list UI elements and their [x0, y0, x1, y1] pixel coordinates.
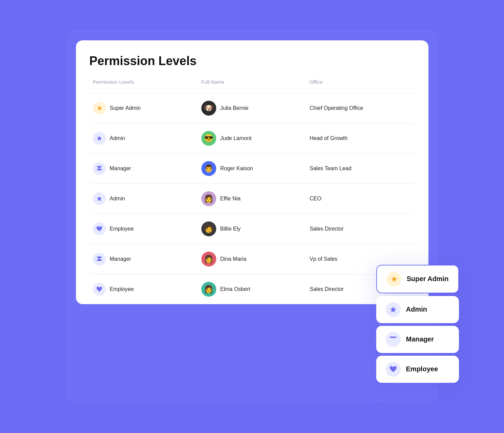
full-name: Roger Kaison	[220, 165, 253, 172]
dropdown-icon-admin	[386, 302, 401, 317]
office-cell: Sales Team Lead	[306, 158, 415, 179]
svg-marker-0	[97, 105, 102, 110]
permission-label: Manager	[110, 256, 131, 262]
dropdown-label-admin: Admin	[406, 306, 427, 313]
full-name: Elma Osbert	[220, 286, 250, 292]
dropdown-icon-employee	[386, 362, 401, 377]
permission-label: Manager	[110, 165, 131, 172]
avatar: 🐶	[201, 101, 216, 116]
office-cell: CEO	[306, 188, 415, 209]
permission-cell: Manager	[89, 155, 198, 182]
dropdown-label-super-admin: Super Admin	[407, 275, 449, 283]
permission-icon	[93, 102, 106, 115]
page-title: Permission Levels	[89, 54, 415, 68]
avatar: 😎	[201, 131, 216, 146]
table-header: Permission Levels Full Name Office	[89, 79, 415, 93]
avatar: 👩	[201, 282, 216, 297]
name-cell: 👩 Elma Osbert	[198, 274, 306, 304]
name-cell: 👩 Dina Maria	[198, 244, 306, 274]
permission-icon	[93, 132, 106, 145]
avatar: 👩	[201, 191, 216, 206]
header-permission: Permission Levels	[89, 79, 198, 89]
table-row: Admin 😎 Jude Lamont Head of Growth	[89, 123, 415, 154]
permission-cell: Admin	[89, 124, 198, 152]
dropdown-icon-super-admin	[386, 272, 401, 287]
name-cell: 🧑 Billie Ely	[198, 214, 306, 244]
permission-cell: Employee	[89, 215, 198, 243]
table-row: Manager 👨 Roger Kaison Sales Team Lead	[89, 154, 415, 184]
table-row: Manager 👩 Dina Maria Vp of Sales	[89, 244, 415, 274]
avatar: 👨	[201, 161, 216, 176]
permission-icon	[93, 283, 106, 296]
table-row: Admin 👩 Effie Nia CEO	[89, 184, 415, 214]
dropdown-item-admin[interactable]: Admin	[376, 296, 459, 323]
dropdown-item-manager[interactable]: Manager	[376, 326, 459, 353]
avatar: 👩	[201, 252, 216, 267]
dropdown-icon-manager	[386, 332, 401, 347]
dropdown-item-employee[interactable]: Employee	[376, 356, 459, 383]
svg-marker-1	[97, 136, 102, 140]
office-label: Chief Operating Office	[310, 105, 363, 111]
office-label: Sales Director	[310, 226, 344, 232]
full-name: Effie Nia	[220, 196, 241, 202]
table-row: Employee 👩 Elma Osbert Sales Director	[89, 274, 415, 304]
permission-dropdown[interactable]: Super Admin Admin Manager Employee	[376, 265, 459, 383]
header-fullname: Full Name	[198, 79, 306, 89]
permission-icon	[93, 192, 106, 205]
avatar: 🧑	[201, 221, 216, 236]
table-body: Super Admin 🐶 Julia Bernie Chief Operati…	[89, 93, 415, 304]
permission-label: Super Admin	[110, 105, 141, 111]
table-row: Super Admin 🐶 Julia Bernie Chief Operati…	[89, 93, 415, 123]
permission-cell: Admin	[89, 185, 198, 213]
dropdown-label-employee: Employee	[406, 365, 438, 373]
full-name: Dina Maria	[220, 256, 246, 262]
svg-marker-5	[391, 276, 397, 281]
permission-cell: Super Admin	[89, 94, 198, 122]
full-name: Julia Bernie	[220, 105, 249, 111]
office-cell: Sales Director	[306, 218, 415, 239]
permission-icon	[93, 222, 106, 235]
table-row: Employee 🧑 Billie Ely Sales Director	[89, 214, 415, 244]
dropdown-item-super-admin[interactable]: Super Admin	[376, 265, 459, 293]
office-cell: Head of Growth	[306, 128, 415, 149]
name-cell: 😎 Jude Lamont	[198, 123, 306, 153]
office-label: Vp of Sales	[310, 256, 338, 262]
permission-icon	[93, 253, 106, 265]
permission-label: Admin	[110, 196, 125, 202]
name-cell: 👩 Effie Nia	[198, 184, 306, 214]
permission-label: Admin	[110, 135, 125, 141]
office-label: Sales Team Lead	[310, 165, 351, 172]
permission-label: Employee	[110, 226, 134, 232]
dropdown-label-manager: Manager	[406, 335, 434, 343]
permission-icon	[93, 162, 106, 175]
permission-cell: Manager	[89, 245, 198, 273]
full-name: Billie Ely	[220, 226, 241, 232]
office-label: Head of Growth	[310, 135, 348, 141]
office-cell: Chief Operating Office	[306, 98, 415, 119]
table-container: Permission Levels Full Name Office Super…	[89, 79, 415, 304]
name-cell: 🐶 Julia Bernie	[198, 93, 306, 123]
header-office: Office	[306, 79, 415, 89]
main-card: Permission Levels Permission Levels Full…	[76, 40, 428, 304]
svg-marker-6	[390, 306, 396, 312]
svg-marker-3	[97, 196, 102, 201]
office-label: CEO	[310, 196, 322, 202]
office-label: Sales Director	[310, 286, 344, 292]
name-cell: 👨 Roger Kaison	[198, 154, 306, 183]
permission-cell: Employee	[89, 275, 198, 303]
full-name: Jude Lamont	[220, 135, 252, 141]
outer-card: Permission Levels Permission Levels Full…	[66, 30, 439, 403]
permission-label: Employee	[110, 286, 134, 292]
